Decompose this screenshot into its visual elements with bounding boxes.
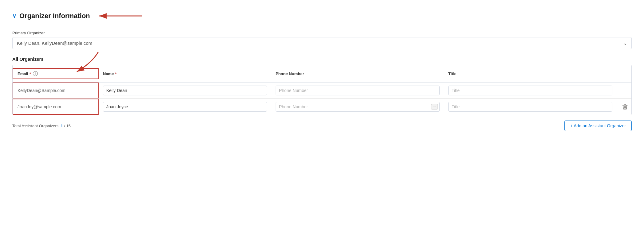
- annotation-arrow-1: [96, 10, 145, 22]
- organizer-information-section: ∨ Organizer Information Primary Organize…: [12, 10, 632, 131]
- count-separator: /: [64, 124, 66, 128]
- table-header-row: Email * i Name * Phone Number Title: [13, 65, 631, 83]
- row1-email-value: KellyDean@Sample.com: [18, 88, 65, 93]
- row1-phone-input[interactable]: [276, 86, 440, 95]
- collapse-chevron[interactable]: ∨: [12, 13, 16, 19]
- section-header: ∨ Organizer Information: [12, 10, 632, 22]
- row1-email-cell: KellyDean@Sample.com: [13, 83, 99, 98]
- row2-phone-cell: ···: [271, 99, 444, 115]
- row1-actions-cell: [617, 83, 631, 98]
- assistant-max: 15: [66, 124, 71, 128]
- delete-row2-button[interactable]: [621, 102, 629, 111]
- row1-phone-cell: [271, 83, 444, 98]
- primary-organizer-select[interactable]: Kelly Dean, KellyDean@sample.com ⌄: [12, 37, 632, 49]
- header-title: Title: [444, 68, 617, 79]
- row2-name-cell: [99, 99, 271, 115]
- trash-icon: [622, 104, 628, 110]
- row2-phone-wrapper: ···: [276, 102, 440, 112]
- total-assistants-label: Total Assistant Organizers: 1 / 15: [12, 124, 71, 128]
- row2-email-value: JoanJoy@sample.com: [18, 104, 61, 109]
- footer-row: Total Assistant Organizers: 1 / 15 + Add…: [12, 121, 632, 131]
- assistant-count: 1: [61, 124, 63, 128]
- all-organizers-label: All Organizers: [12, 56, 632, 62]
- table-row: KellyDean@Sample.com: [13, 83, 631, 99]
- organizers-table: Email * i Name * Phone Number Title Kell…: [12, 65, 632, 115]
- email-required-star: *: [29, 71, 31, 76]
- primary-organizer-label: Primary Organizer: [12, 31, 632, 35]
- primary-organizer-value: Kelly Dean, KellyDean@sample.com: [17, 40, 92, 46]
- name-required-star: *: [115, 71, 116, 76]
- primary-organizer-section: Primary Organizer Kelly Dean, KellyDean@…: [12, 31, 632, 49]
- row1-name-input[interactable]: [103, 86, 267, 95]
- header-email: Email * i: [13, 68, 99, 79]
- header-phone: Phone Number: [271, 68, 444, 79]
- row2-title-input[interactable]: [448, 102, 612, 112]
- header-name: Name *: [99, 68, 271, 79]
- row1-phone-wrapper: [276, 86, 440, 95]
- row1-name-cell: [99, 83, 271, 98]
- table-row: JoanJoy@sample.com ···: [13, 99, 631, 115]
- header-actions: [617, 68, 631, 79]
- row2-phone-input[interactable]: [276, 102, 440, 112]
- row2-email-cell: JoanJoy@sample.com: [13, 99, 99, 115]
- add-organizer-button[interactable]: + Add an Assistant Organizer: [564, 121, 632, 131]
- select-chevron-icon: ⌄: [623, 41, 627, 46]
- row1-title-input[interactable]: [448, 86, 612, 95]
- row2-title-cell: [444, 99, 617, 115]
- row1-title-cell: [444, 83, 617, 98]
- section-title: Organizer Information: [19, 12, 90, 20]
- phone-dots-button[interactable]: ···: [431, 104, 438, 109]
- email-info-icon[interactable]: i: [33, 71, 38, 76]
- row2-name-input[interactable]: [103, 102, 267, 112]
- row2-actions-cell: [617, 99, 631, 115]
